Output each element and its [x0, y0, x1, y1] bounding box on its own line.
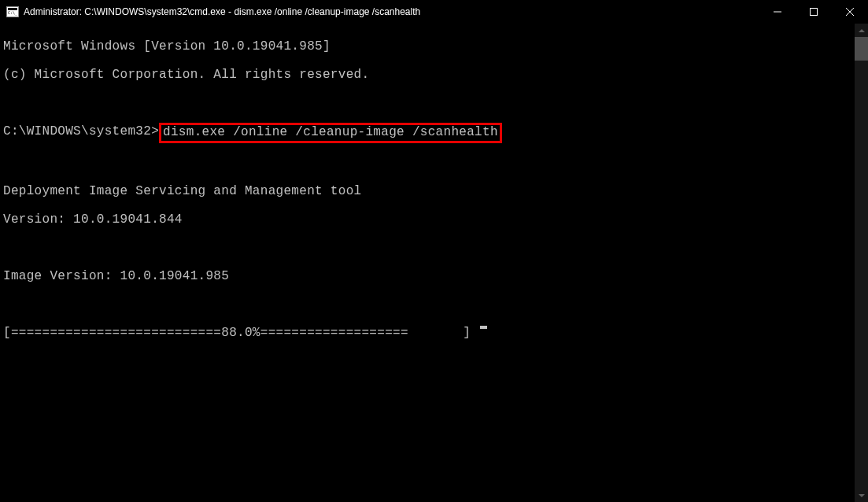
prompt-prefix: C:\WINDOWS\system32> — [3, 124, 159, 142]
svg-marker-4 — [859, 29, 865, 32]
cmd-icon — [6, 6, 19, 17]
titlebar[interactable]: Administrator: C:\WINDOWS\system32\cmd.e… — [0, 0, 868, 24]
progress-line: [===========================88.0%=======… — [3, 326, 865, 340]
blank-line — [3, 96, 865, 110]
scroll-up-arrow[interactable] — [855, 24, 868, 37]
command-line: C:\WINDOWS\system32>dism.exe /online /cl… — [3, 124, 865, 142]
image-version: Image Version: 10.0.19041.985 — [3, 269, 865, 283]
scrollbar-thumb[interactable] — [855, 37, 868, 61]
cursor — [480, 326, 487, 329]
blank-line — [3, 297, 865, 312]
maximize-button[interactable] — [796, 0, 832, 24]
ms-windows-version: Microsoft Windows [Version 10.0.19041.98… — [3, 39, 865, 54]
close-button[interactable] — [832, 0, 868, 24]
window-controls — [759, 0, 868, 24]
scrollbar-track[interactable] — [855, 37, 868, 489]
blank-line — [3, 241, 865, 255]
dism-version: Version: 10.0.19041.844 — [3, 212, 865, 227]
cmd-window: Administrator: C:\WINDOWS\system32\cmd.e… — [0, 0, 868, 502]
progress-bar: [===========================88.0%=======… — [3, 326, 478, 340]
terminal-output[interactable]: Microsoft Windows [Version 10.0.19041.98… — [0, 24, 868, 502]
minimize-button[interactable] — [759, 0, 796, 24]
window-title: Administrator: C:\WINDOWS\system32\cmd.e… — [24, 6, 759, 17]
svg-rect-1 — [811, 9, 818, 16]
dism-title: Deployment Image Servicing and Managemen… — [3, 184, 865, 198]
blank-line — [3, 156, 865, 170]
highlighted-command: dism.exe /online /cleanup-image /scanhea… — [159, 123, 502, 143]
vertical-scrollbar[interactable] — [855, 24, 868, 502]
ms-copyright: (c) Microsoft Corporation. All rights re… — [3, 68, 865, 82]
scroll-down-arrow[interactable] — [855, 489, 868, 502]
svg-marker-5 — [859, 494, 865, 497]
